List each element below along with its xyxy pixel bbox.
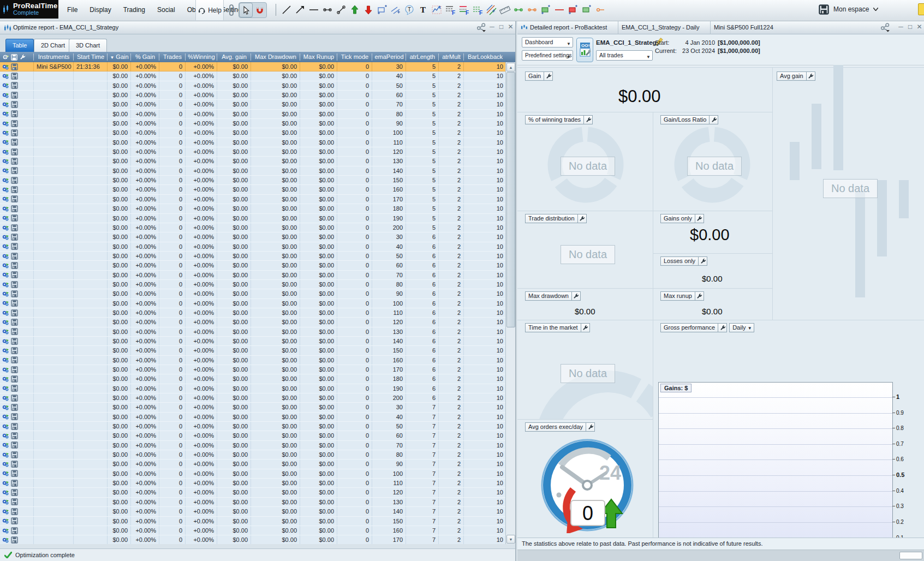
segment-tool-icon[interactable] [334, 3, 348, 17]
run-gear-icon[interactable] [2, 234, 9, 241]
row-actions[interactable] [0, 204, 34, 213]
row-actions[interactable] [0, 337, 34, 345]
run-gear-icon[interactable] [2, 177, 9, 184]
magnet-tool-button[interactable] [253, 3, 266, 17]
row-actions[interactable] [0, 119, 34, 128]
run-gear-icon[interactable] [2, 319, 9, 326]
row-actions[interactable] [0, 517, 34, 526]
col-bar-lookback[interactable]: BarLookback [464, 52, 506, 62]
run-gear-icon[interactable] [2, 536, 9, 544]
row-actions[interactable] [0, 110, 34, 118]
view-select[interactable]: Dashboard▼ [522, 37, 573, 47]
save-row-icon[interactable] [11, 423, 18, 430]
row-actions[interactable] [0, 157, 34, 165]
rect-zone-green-tool-icon[interactable] [539, 3, 552, 17]
row-actions[interactable] [0, 488, 34, 497]
row-actions[interactable] [0, 346, 34, 355]
save-row-icon[interactable] [11, 82, 18, 89]
row-actions[interactable] [0, 393, 34, 402]
pitchfork-tool-icon[interactable] [484, 3, 498, 17]
scrollbar-thumb[interactable] [506, 72, 515, 327]
table-row[interactable]: $0.00+0.00%0+0.00%$0.00$0.00$0.000110621… [0, 308, 506, 318]
row-actions[interactable] [0, 526, 34, 535]
save-row-icon[interactable] [11, 253, 18, 260]
save-row-icon[interactable] [11, 120, 18, 127]
wrench-icon[interactable] [718, 323, 727, 332]
row-actions[interactable] [0, 166, 34, 175]
row-actions[interactable] [0, 299, 34, 308]
row-actions[interactable] [0, 507, 34, 516]
save-row-icon[interactable] [11, 432, 18, 439]
row-actions[interactable] [0, 280, 34, 289]
wrench-icon[interactable] [695, 214, 704, 223]
table-row[interactable]: $0.00+0.00%0+0.00%$0.00$0.00$0.000805210 [0, 110, 506, 119]
save-row-icon[interactable] [11, 470, 18, 477]
row-actions[interactable] [0, 81, 34, 90]
run-gear-icon[interactable] [2, 92, 9, 99]
col-pct-gain[interactable]: % Gain [131, 52, 159, 62]
ruler-tool-icon[interactable] [498, 3, 511, 17]
close-icon[interactable]: ✕ [916, 23, 922, 31]
wrench-icon[interactable] [544, 71, 553, 81]
table-row[interactable]: $0.00+0.00%0+0.00%$0.00$0.00$0.000160621… [0, 356, 506, 365]
save-row-icon[interactable] [11, 338, 18, 345]
run-gear-icon[interactable] [2, 480, 9, 487]
row-actions[interactable] [0, 365, 34, 374]
run-gear-icon[interactable] [2, 73, 9, 80]
wrench-icon[interactable] [699, 256, 707, 266]
menu-social[interactable]: Social [151, 4, 181, 16]
save-row-icon[interactable] [11, 300, 18, 307]
run-gear-icon[interactable] [2, 167, 9, 174]
col-ema-period[interactable]: emaPeriod [372, 52, 406, 62]
row-actions[interactable] [0, 62, 34, 71]
row-actions[interactable] [0, 431, 34, 440]
trades-select[interactable]: All trades▼ [596, 50, 653, 61]
run-gear-icon[interactable] [2, 432, 9, 439]
report-titlebar[interactable]: Detailed report - ProBacktest EMA_CCI_1_… [517, 21, 924, 34]
run-gear-icon[interactable] [2, 309, 9, 317]
row-actions[interactable] [0, 185, 34, 194]
row-actions[interactable] [0, 261, 34, 270]
save-row-icon[interactable] [11, 319, 18, 326]
workspace-dropdown[interactable]: Mon espace [833, 5, 878, 13]
settings-select[interactable]: Predefined settings▼ [522, 50, 573, 61]
extended-segment-tool-icon[interactable] [320, 3, 334, 17]
row-actions[interactable] [0, 413, 34, 421]
run-gear-icon[interactable] [2, 328, 9, 335]
table-row[interactable]: $0.00+0.00%0+0.00%$0.00$0.00$0.000605210 [0, 91, 506, 100]
save-row-icon[interactable] [11, 461, 18, 468]
help-button[interactable]: Help [195, 0, 224, 20]
row-actions[interactable] [0, 214, 34, 223]
save-row-icon[interactable] [11, 385, 18, 392]
row-actions[interactable] [0, 242, 34, 251]
menu-trading[interactable]: Trading [117, 4, 151, 16]
save-row-icon[interactable] [11, 375, 18, 383]
save-row-icon[interactable] [11, 328, 18, 335]
row-actions[interactable] [0, 479, 34, 487]
run-gear-icon[interactable] [2, 385, 9, 392]
horizontal-line-tool-icon[interactable] [307, 3, 320, 17]
run-gear-icon[interactable] [2, 461, 9, 468]
report-title-strategy-tab[interactable]: EMA_CCI_1_Strategy - Daily [618, 21, 711, 34]
col-instruments[interactable]: Instruments [34, 52, 74, 62]
col-atr-length[interactable]: atrLength [406, 52, 439, 62]
row-actions[interactable] [0, 91, 34, 99]
row-actions[interactable] [0, 441, 34, 450]
table-row[interactable]: $0.00+0.00%0+0.00%$0.00$0.00$0.000905210 [0, 119, 506, 128]
col-max-runup[interactable]: Max Runup [300, 52, 337, 62]
channel-tool-icon[interactable] [389, 3, 402, 17]
table-row[interactable]: $0.00+0.00%0+0.00%$0.00$0.00$0.000180621… [0, 374, 506, 384]
table-row[interactable]: $0.00+0.00%0+0.00%$0.00$0.00$0.000110521… [0, 138, 506, 147]
cursor-tool-button[interactable] [239, 3, 253, 17]
save-row-icon[interactable] [11, 290, 18, 297]
save-row-icon[interactable] [11, 205, 18, 212]
row-actions[interactable] [0, 422, 34, 431]
row-actions[interactable] [0, 403, 34, 411]
scroll-down-icon[interactable]: ▼ [506, 535, 515, 544]
table-row[interactable]: $0.00+0.00%0+0.00%$0.00$0.00$0.000907210 [0, 459, 506, 469]
save-row-icon[interactable] [11, 395, 18, 402]
save-row-icon[interactable] [11, 517, 18, 524]
run-gear-icon[interactable] [2, 205, 9, 212]
row-actions[interactable] [0, 271, 34, 279]
save-row-icon[interactable] [11, 451, 18, 458]
